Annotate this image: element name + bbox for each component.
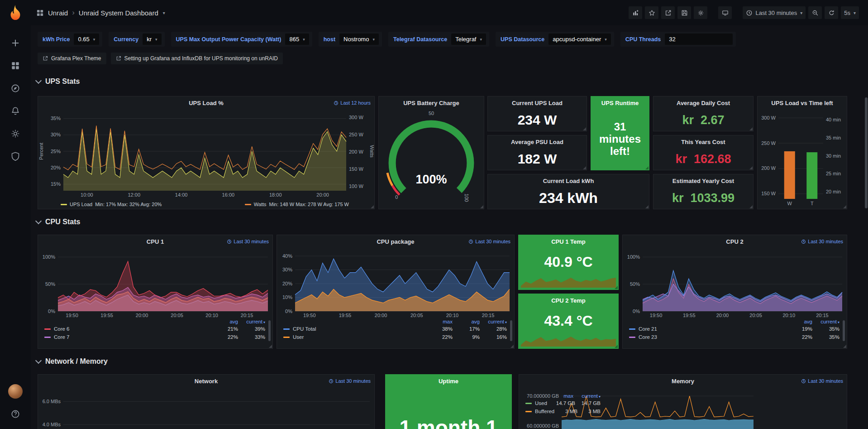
- panel-time-override[interactable]: Last 12 hours: [334, 100, 371, 106]
- legend-col-max[interactable]: max: [546, 393, 573, 399]
- panel-title[interactable]: CPU 2: [726, 238, 743, 245]
- panel-resize-handle[interactable]: [645, 166, 649, 169]
- panel-time-override[interactable]: Last 30 minutes: [801, 378, 843, 384]
- legend-item-watts[interactable]: WattsMin: 148 W Max: 278 W Avg: 175 W: [245, 202, 349, 207]
- series-name[interactable]: Core 6: [54, 326, 70, 332]
- dashboard-settings-button[interactable]: [694, 6, 707, 19]
- variable-input[interactable]: 32: [665, 34, 733, 45]
- sidebar-item-configuration[interactable]: [5, 124, 25, 144]
- panel-resize-handle[interactable]: [749, 166, 753, 169]
- sidebar-item-alerting[interactable]: [5, 101, 25, 121]
- panel-time-override[interactable]: Last 30 minutes: [329, 378, 371, 384]
- legend-col-avg[interactable]: avg: [785, 319, 812, 324]
- series-name[interactable]: Core 23: [639, 334, 657, 340]
- panel-title[interactable]: CPU 1: [147, 238, 164, 245]
- panel-title[interactable]: CPU 2 Temp: [551, 297, 586, 304]
- cpu2-chart[interactable]: 0%50%100%19:5019:5520:0020:0520:1020:15: [623, 248, 847, 318]
- series-name[interactable]: User: [293, 334, 304, 340]
- panel-resize-handle[interactable]: [645, 205, 649, 208]
- panel-title[interactable]: CPU package: [377, 238, 414, 245]
- add-panel-button[interactable]: [629, 6, 642, 19]
- panel-title[interactable]: This Years Cost: [681, 139, 725, 145]
- legend-row-core-7[interactable]: Core 722%33%: [40, 333, 271, 341]
- legend-col-current[interactable]: current: [238, 319, 265, 324]
- legend-row-used[interactable]: Used14.7 GB14.7 GB: [521, 399, 606, 407]
- ups-load-chart[interactable]: 15%20%25%30%35%100 W150 W200 W250 W300 W…: [38, 109, 374, 198]
- panel-title[interactable]: UPS Battery Charge: [403, 100, 459, 106]
- panel-title[interactable]: UPS Load %: [189, 100, 224, 106]
- legend-scrollbar[interactable]: [510, 320, 512, 341]
- dashboard-link-setting-up-grafana-and-influxd[interactable]: Setting up Grafana and InfluxDB for UPS …: [111, 53, 283, 64]
- sidebar-item-create[interactable]: [5, 33, 25, 53]
- panel-title[interactable]: Average PSU Load: [511, 139, 563, 145]
- legend-row-cpu-total[interactable]: CPU Total38%17%28%: [279, 325, 512, 333]
- sidebar-item-help[interactable]: [5, 404, 25, 424]
- network-chart[interactable]: 2.0 MBs4.0 MBs6.0 MBs: [38, 387, 374, 429]
- panel-title[interactable]: Memory: [672, 378, 694, 385]
- legend-col-avg[interactable]: avg: [453, 319, 480, 324]
- panel-resize-handle[interactable]: [269, 345, 272, 348]
- legend-row-core-6[interactable]: Core 621%39%: [40, 325, 271, 333]
- legend-col-current[interactable]: current: [812, 319, 839, 324]
- panel-title[interactable]: Current Load kWh: [543, 178, 594, 184]
- legend-col-current[interactable]: current: [480, 319, 507, 324]
- panel-time-override[interactable]: Last 30 minutes: [468, 239, 510, 244]
- series-name[interactable]: Buffered: [535, 409, 554, 414]
- panel-time-override[interactable]: Last 30 minutes: [227, 239, 269, 244]
- legend-row-buffered[interactable]: Buffered3 MB3 MB: [521, 407, 606, 415]
- legend-scrollbar[interactable]: [268, 320, 271, 341]
- battery-gauge[interactable]: 050100100%: [379, 109, 484, 207]
- panel-resize-handle[interactable]: [749, 127, 753, 130]
- ups-load-vs-time-chart[interactable]: 150 W200 W250 W300 W20 min25 min30 min35…: [758, 109, 847, 207]
- save-button[interactable]: [677, 6, 691, 19]
- variable-select[interactable]: Telegraf▾: [451, 34, 486, 45]
- section-network-memory[interactable]: Network / Memory: [36, 356, 108, 367]
- refresh-button[interactable]: [825, 6, 838, 19]
- scrollbar-thumb[interactable]: [865, 97, 868, 208]
- sidebar-item-dashboards[interactable]: [5, 56, 25, 76]
- zoom-out-button[interactable]: [808, 6, 822, 19]
- sidebar-item-server-admin[interactable]: [5, 146, 25, 166]
- variable-select[interactable]: 0.65▾: [74, 34, 99, 45]
- cycle-view-button[interactable]: [718, 6, 732, 19]
- legend-item-ups-load[interactable]: UPS LoadMin: 17% Max: 32% Avg: 20%: [61, 202, 162, 207]
- panel-resize-handle[interactable]: [583, 166, 586, 169]
- series-name[interactable]: Core 21: [639, 326, 657, 332]
- share-button[interactable]: [661, 6, 675, 19]
- panel-title[interactable]: UPS Load vs Time left: [771, 100, 833, 106]
- panel-title[interactable]: CPU 1 Temp: [551, 238, 586, 245]
- variable-select[interactable]: apcupsd-container▾: [548, 34, 611, 45]
- legend-row-core-23[interactable]: Core 2322%35%: [625, 333, 845, 341]
- panel-resize-handle[interactable]: [510, 345, 514, 348]
- panel-resize-handle[interactable]: [583, 127, 586, 130]
- star-button[interactable]: [645, 6, 658, 19]
- section-ups-stats[interactable]: UPS Stats: [36, 76, 80, 87]
- sidebar-item-explore[interactable]: [5, 78, 25, 98]
- panel-resize-handle[interactable]: [749, 205, 753, 208]
- panel-title[interactable]: Uptime: [439, 378, 458, 385]
- series-name[interactable]: Core 7: [54, 334, 70, 340]
- user-avatar[interactable]: [5, 381, 25, 401]
- panel-resize-handle[interactable]: [615, 286, 618, 289]
- panel-title[interactable]: Network: [195, 378, 218, 385]
- refresh-interval-picker[interactable]: 5s ▾: [841, 6, 859, 19]
- time-range-picker[interactable]: Last 30 minutes ▾: [743, 6, 806, 19]
- cpu1-chart[interactable]: 0%50%100%19:5019:5520:0020:0520:1020:15: [38, 248, 272, 318]
- variable-select[interactable]: kr▾: [143, 34, 161, 45]
- variable-select[interactable]: 865▾: [285, 34, 309, 45]
- chevron-down-icon[interactable]: ▾: [163, 10, 165, 15]
- dashboard-link-grafana-plex-theme[interactable]: Grafana Plex Theme: [38, 53, 106, 64]
- variable-select[interactable]: Nostromo▾: [339, 34, 379, 45]
- legend-col-max[interactable]: max: [425, 319, 453, 324]
- panel-title[interactable]: Average Daily Cost: [677, 100, 730, 106]
- legend-row-user[interactable]: User22%9%16%: [279, 333, 512, 341]
- apps-grid-icon[interactable]: [36, 9, 44, 17]
- breadcrumb-org[interactable]: Unraid: [48, 9, 68, 17]
- panel-title[interactable]: Estimated Yearly Cost: [672, 178, 734, 184]
- series-name[interactable]: Used: [535, 400, 547, 406]
- panel-title[interactable]: Current UPS Load: [512, 100, 563, 106]
- panel-resize-handle[interactable]: [843, 205, 846, 208]
- cpu-package-chart[interactable]: 0%10%20%30%40%19:5019:5520:0020:0520:102…: [277, 248, 514, 318]
- legend-row-core-21[interactable]: Core 2119%35%: [625, 325, 845, 333]
- panel-resize-handle[interactable]: [843, 345, 846, 348]
